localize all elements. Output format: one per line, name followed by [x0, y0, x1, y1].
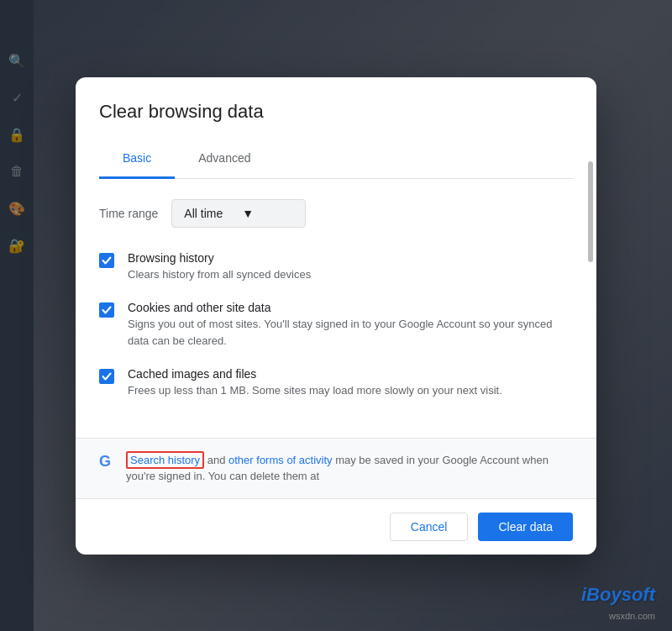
dialog-header: Clear browsing data Basic Advanced [76, 77, 596, 179]
clear-browsing-data-dialog: Clear browsing data Basic Advanced Time … [76, 77, 596, 555]
search-history-link[interactable]: Search history [126, 451, 204, 469]
clear-data-button[interactable]: Clear data [478, 513, 573, 541]
item-content-cookies: Cookies and other site data Signs you ou… [128, 301, 573, 349]
footer-note-text: Search history and other forms of activi… [126, 452, 573, 485]
other-forms-link[interactable]: other forms of activity [228, 454, 333, 466]
item-desc-cached: Frees up less than 1 MB. Some sites may … [128, 382, 502, 399]
item-content-cached: Cached images and files Frees up less th… [128, 367, 502, 399]
dropdown-arrow-icon: ▼ [242, 207, 293, 220]
item-label-cookies: Cookies and other site data [128, 301, 573, 314]
dialog-title: Clear browsing data [99, 101, 573, 123]
time-range-row: Time range All time ▼ [99, 199, 573, 228]
item-label-cached: Cached images and files [128, 367, 502, 381]
item-desc-cookies: Signs you out of most sites. You'll stay… [128, 316, 573, 349]
time-range-label: Time range [99, 207, 158, 220]
time-range-select[interactable]: All time ▼ [171, 199, 306, 228]
footer-note: G Search history and other forms of acti… [76, 438, 596, 498]
item-desc-browsing-history: Clears history from all synced devices [128, 266, 311, 283]
checkbox-item-browsing-history: Browsing history Clears history from all… [99, 251, 573, 283]
dialog-body: Time range All time ▼ Browsing history C… [76, 179, 596, 438]
item-label-browsing-history: Browsing history [128, 251, 311, 265]
footer-note-content: G Search history and other forms of acti… [99, 452, 573, 485]
checkbox-item-cookies: Cookies and other site data Signs you ou… [99, 301, 573, 349]
tab-basic[interactable]: Basic [99, 139, 175, 179]
footer-text-and: and [207, 454, 228, 466]
dialog-actions: Cancel Clear data [76, 498, 596, 555]
checkbox-browsing-history[interactable] [99, 253, 114, 268]
checkbox-cookies[interactable] [99, 302, 114, 318]
time-range-value: All time [184, 207, 235, 220]
google-logo: G [99, 453, 116, 471]
dialog-backdrop: Clear browsing data Basic Advanced Time … [0, 0, 672, 631]
checkbox-item-cached: Cached images and files Frees up less th… [99, 367, 573, 399]
checkbox-cached[interactable] [99, 369, 114, 384]
item-content-browsing-history: Browsing history Clears history from all… [128, 251, 311, 283]
tab-advanced[interactable]: Advanced [175, 139, 274, 179]
scrollbar[interactable] [588, 161, 593, 262]
cancel-button[interactable]: Cancel [390, 513, 469, 541]
tabs-container: Basic Advanced [99, 139, 573, 179]
